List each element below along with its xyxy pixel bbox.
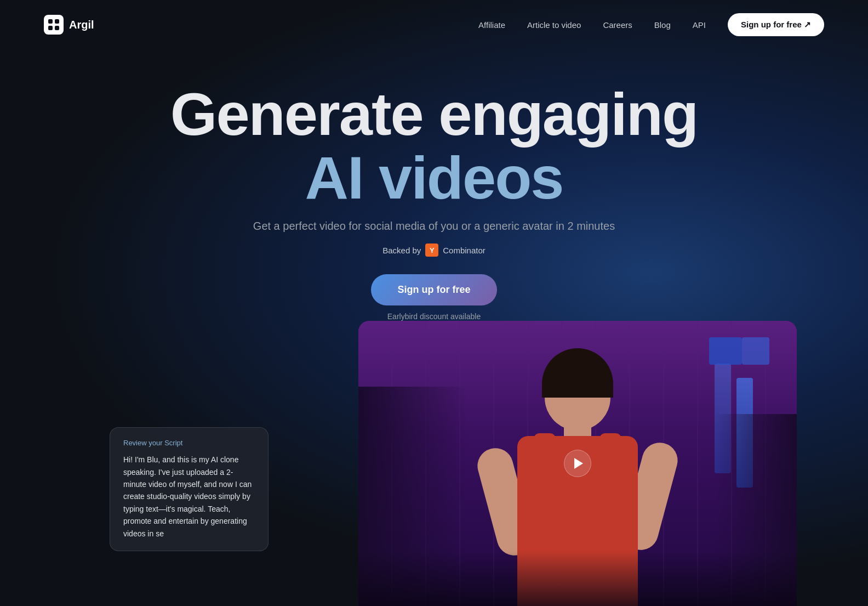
nav-link-api[interactable]: API <box>693 20 706 30</box>
combinator-text: Combinator <box>443 246 486 255</box>
backed-by-text: Backed by <box>382 246 421 255</box>
script-card-body: Hi! I'm Blu, and this is my AI clone spe… <box>123 454 255 540</box>
video-bottom-fade <box>358 551 797 606</box>
video-background <box>358 321 797 606</box>
nav-link-careers[interactable]: Careers <box>603 20 632 30</box>
signup-button-nav[interactable]: Sign up for free ↗ <box>728 13 824 36</box>
hero-title: Generate engaging AI videos <box>0 82 868 209</box>
earlybird-text: Earlybird discount available <box>387 312 481 321</box>
hero-title-line2: AI videos <box>0 146 868 209</box>
svg-rect-0 <box>48 19 53 24</box>
backed-by: Backed by Y Combinator <box>0 243 868 257</box>
nav-link-affiliate[interactable]: Affiliate <box>478 20 505 30</box>
yc-badge: Y <box>425 243 438 257</box>
nav-link-blog[interactable]: Blog <box>654 20 671 30</box>
logo-icon <box>44 15 64 35</box>
svg-rect-2 <box>48 26 53 30</box>
hero-subtitle: Get a perfect video for social media of … <box>0 220 868 233</box>
page-wrapper: Argil Affiliate Article to video Careers… <box>0 0 868 606</box>
hero-section: Generate engaging AI videos Get a perfec… <box>0 49 868 321</box>
logo[interactable]: Argil <box>44 15 94 35</box>
nav-link-article-to-video[interactable]: Article to video <box>527 20 581 30</box>
navbar: Argil Affiliate Article to video Careers… <box>0 0 868 49</box>
svg-rect-3 <box>55 26 59 30</box>
logo-text: Argil <box>69 19 94 31</box>
hero-title-line1: Generate engaging <box>0 82 868 146</box>
play-button[interactable] <box>564 450 591 477</box>
svg-rect-1 <box>55 19 59 24</box>
signup-button-hero[interactable]: Sign up for free <box>371 274 496 305</box>
video-container <box>358 321 797 606</box>
nav-links: Affiliate Article to video Careers Blog … <box>478 13 824 36</box>
script-card: Review your Script Hi! I'm Blu, and this… <box>110 427 269 551</box>
script-card-title: Review your Script <box>123 439 255 447</box>
